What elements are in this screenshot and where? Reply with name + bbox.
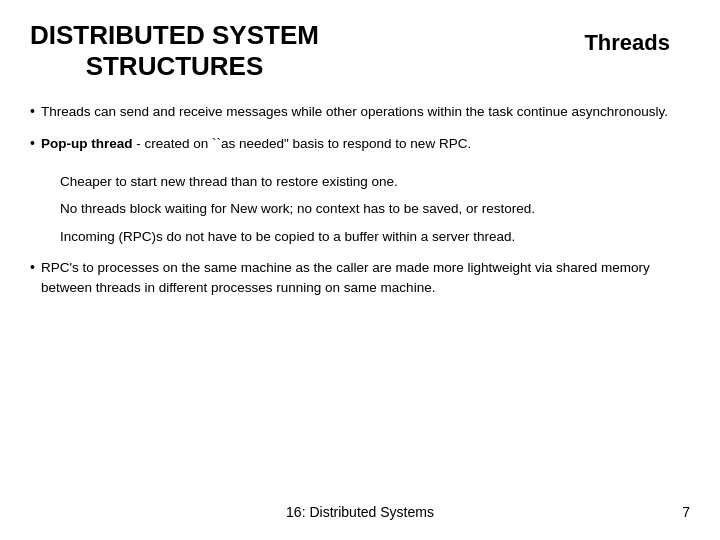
main-title-line2: STRUCTURES: [86, 51, 264, 82]
slide-content: • Threads can send and receive messages …: [30, 102, 690, 494]
side-title: Threads: [584, 30, 690, 56]
title-block: DISTRIBUTED SYSTEM STRUCTURES: [30, 20, 319, 82]
popup-thread-label: Pop-up thread: [41, 136, 133, 151]
bullet-marker-2: •: [30, 135, 35, 151]
bullet-item-1: • Threads can send and receive messages …: [30, 102, 690, 122]
sub-item-1: Cheaper to start new thread than to rest…: [60, 172, 690, 192]
slide-footer: 16: Distributed Systems 7: [30, 494, 690, 520]
bullet-text-2: Pop-up thread - created on ``as needed" …: [41, 134, 471, 154]
bullet-text-3: RPC's to processes on the same machine a…: [41, 258, 690, 297]
sub-item-3: Incoming (RPC)s do not have to be copied…: [60, 227, 690, 247]
slide: DISTRIBUTED SYSTEM STRUCTURES Threads • …: [0, 0, 720, 540]
bullet-marker-3: •: [30, 259, 35, 275]
footer-page-number: 7: [682, 504, 690, 520]
main-title-line1: DISTRIBUTED SYSTEM: [30, 20, 319, 51]
bullet-text-1: Threads can send and receive messages wh…: [41, 102, 668, 122]
bullet-item-2: • Pop-up thread - created on ``as needed…: [30, 134, 690, 154]
sub-item-2: No threads block waiting for New work; n…: [60, 199, 690, 219]
sub-items-block: Cheaper to start new thread than to rest…: [60, 172, 690, 247]
bullet-marker-1: •: [30, 103, 35, 119]
bullet-item-3: • RPC's to processes on the same machine…: [30, 258, 690, 297]
footer-label: 16: Distributed Systems: [286, 504, 434, 520]
slide-header: DISTRIBUTED SYSTEM STRUCTURES Threads: [30, 20, 690, 82]
popup-thread-connector: - created on ``as needed" basis to respo…: [132, 136, 471, 151]
